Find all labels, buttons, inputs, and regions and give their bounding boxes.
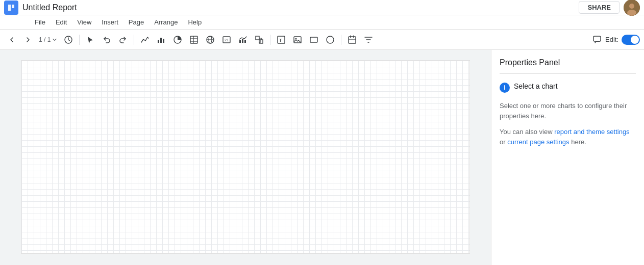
redo-button[interactable] <box>115 32 131 47</box>
history-button[interactable] <box>61 32 76 47</box>
svg-rect-29 <box>349 37 356 43</box>
edit-toggle[interactable] <box>622 35 640 45</box>
menu-help[interactable]: Help <box>184 17 206 27</box>
menu-insert[interactable]: Insert <box>97 17 122 27</box>
svg-text:21: 21 <box>225 38 229 42</box>
svg-rect-20 <box>244 40 246 43</box>
svg-rect-33 <box>593 36 601 41</box>
filter-button[interactable] <box>361 32 376 47</box>
combo-chart-button[interactable] <box>235 32 251 47</box>
date-range-button[interactable] <box>344 32 360 47</box>
toolbar-divider-3 <box>270 35 270 45</box>
toolbar: 1 / 1 21 T <box>0 30 644 50</box>
pivot-table-button[interactable] <box>252 32 267 47</box>
svg-rect-0 <box>4 1 18 15</box>
title-bar: Untitled Report SHARE <box>0 0 644 15</box>
svg-rect-9 <box>190 36 197 43</box>
panel-title: Properties Panel <box>500 58 636 74</box>
app-logo <box>4 1 18 15</box>
toggle-knob <box>631 36 639 44</box>
select-chart-box: i Select a chart <box>500 82 636 93</box>
svg-point-26 <box>295 38 297 39</box>
report-theme-settings-link[interactable]: report and theme settings <box>554 128 629 136</box>
menu-arrange[interactable]: Arrange <box>150 17 182 27</box>
panel-description-2-mid: or <box>500 138 507 146</box>
properties-panel: Properties Panel i Select a chart Select… <box>491 50 644 265</box>
menu-edit[interactable]: Edit <box>52 17 71 27</box>
rectangle-button[interactable] <box>306 32 321 47</box>
bar-chart-button[interactable] <box>154 32 169 47</box>
current-page-settings-link[interactable]: current page settings <box>507 138 569 146</box>
svg-rect-5 <box>158 40 159 43</box>
share-button[interactable]: SHARE <box>579 1 620 14</box>
svg-rect-19 <box>242 39 243 43</box>
main-layout: Properties Panel i Select a chart Select… <box>0 50 644 265</box>
line-chart-button[interactable] <box>137 32 153 47</box>
select-chart-heading: Select a chart <box>514 82 558 90</box>
circle-button[interactable] <box>323 32 338 47</box>
image-button[interactable] <box>290 32 305 47</box>
menu-bar: File Edit View Insert Page Arrange Help <box>0 15 644 30</box>
next-page-button[interactable] <box>20 32 36 47</box>
table-button[interactable] <box>186 32 202 47</box>
feedback-button[interactable] <box>590 33 604 47</box>
svg-text:T: T <box>279 38 282 43</box>
svg-point-3 <box>627 10 636 16</box>
page-indicator: 1 / 1 <box>37 36 60 43</box>
svg-point-28 <box>327 36 334 43</box>
edit-label: Edit: <box>605 36 618 43</box>
map-chart-button[interactable] <box>203 32 218 47</box>
menu-file[interactable]: File <box>31 17 49 27</box>
svg-rect-21 <box>256 36 259 40</box>
scorecard-button[interactable]: 21 <box>219 32 234 47</box>
text-button[interactable]: T <box>274 32 289 47</box>
svg-rect-27 <box>310 37 317 42</box>
panel-description-2-post: here. <box>569 138 586 146</box>
undo-button[interactable] <box>99 32 114 47</box>
svg-rect-18 <box>239 40 241 43</box>
svg-rect-7 <box>163 39 164 43</box>
document-title[interactable]: Untitled Report <box>22 3 579 12</box>
edit-toggle-area: Edit: <box>605 35 640 45</box>
menu-page[interactable]: Page <box>125 17 148 27</box>
toolbar-divider-1 <box>79 35 80 45</box>
panel-description-2-pre: You can also view <box>500 128 554 136</box>
pie-chart-button[interactable] <box>170 32 185 47</box>
info-icon: i <box>500 83 510 93</box>
menu-view[interactable]: View <box>73 17 95 27</box>
panel-description-1: Select one or more charts to configure t… <box>500 101 636 121</box>
panel-description-2: You can also view report and theme setti… <box>500 127 636 147</box>
svg-rect-6 <box>160 38 162 43</box>
canvas-area[interactable] <box>0 50 491 265</box>
toolbar-divider-2 <box>134 35 134 45</box>
user-avatar[interactable] <box>624 0 640 16</box>
prev-page-button[interactable] <box>4 32 19 47</box>
svg-point-2 <box>629 4 634 9</box>
page-navigation: 1 / 1 <box>4 32 60 47</box>
toolbar-divider-4 <box>341 35 341 45</box>
page-canvas <box>21 60 470 254</box>
select-tool-button[interactable] <box>83 32 98 47</box>
